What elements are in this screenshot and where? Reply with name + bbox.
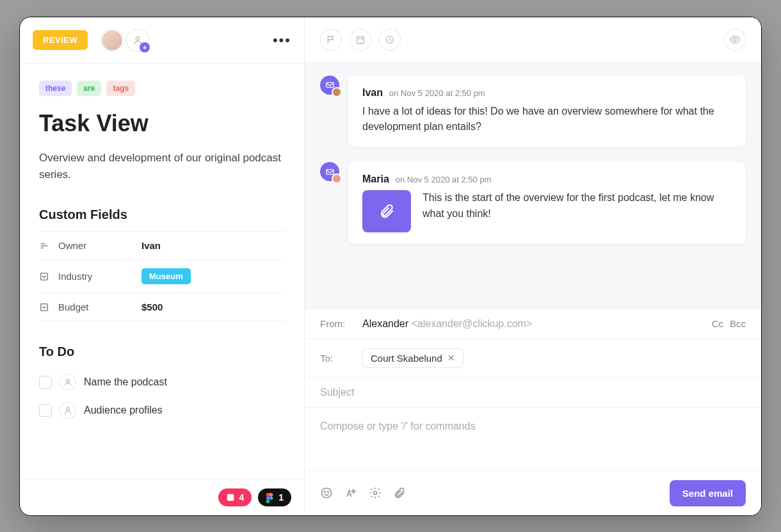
composer-footer: Send email xyxy=(305,471,761,515)
comment-card[interactable]: Ivan on Nov 5 2020 at 2:50 pm I have a l… xyxy=(348,76,746,147)
paperclip-icon xyxy=(378,203,395,220)
right-header xyxy=(305,17,761,63)
cc-button[interactable]: Cc xyxy=(712,318,723,329)
clock-icon xyxy=(385,35,395,45)
svg-rect-8 xyxy=(227,494,234,501)
todo-label: Audience profiles xyxy=(84,405,163,416)
comment: Ivan on Nov 5 2020 at 2:50 pm I have a l… xyxy=(320,76,746,147)
from-name[interactable]: Alexander <alexander@clickup.com> xyxy=(362,318,532,330)
left-footer: 4 1 xyxy=(20,479,304,515)
task-title[interactable]: Task View xyxy=(39,110,285,137)
comment-card[interactable]: Maria on Nov 5 2020 at 2:50 pm This is t… xyxy=(348,162,746,244)
subject-input[interactable] xyxy=(320,387,746,398)
svg-point-0 xyxy=(136,36,140,40)
body-row xyxy=(305,408,761,471)
svg-point-20 xyxy=(328,492,329,493)
svg-rect-17 xyxy=(326,169,333,174)
bcc-button[interactable]: Bcc xyxy=(730,318,746,329)
add-assignee-button[interactable]: + xyxy=(126,29,149,52)
invision-badge[interactable]: 4 xyxy=(218,488,252,506)
badge-count: 1 xyxy=(278,492,284,503)
time-tracking-button[interactable] xyxy=(379,29,401,51)
svg-rect-10 xyxy=(357,36,364,44)
todo-heading: To Do xyxy=(39,344,285,359)
svg-rect-4 xyxy=(41,273,48,280)
emoji-icon[interactable] xyxy=(320,487,333,499)
remove-recipient-icon[interactable]: ✕ xyxy=(447,353,455,363)
comment-author: Maria xyxy=(362,173,389,185)
settings-icon[interactable] xyxy=(369,487,382,499)
body-input[interactable] xyxy=(320,421,746,432)
due-date-button[interactable] xyxy=(350,29,371,51)
attach-icon[interactable] xyxy=(393,487,406,499)
svg-point-7 xyxy=(67,408,70,411)
svg-point-18 xyxy=(322,488,332,498)
left-body: these are tags Task View Overview and de… xyxy=(20,64,304,479)
tag-list: these are tags xyxy=(39,81,285,96)
svg-point-9 xyxy=(270,496,273,499)
todo-item[interactable]: Name the podcast xyxy=(39,368,285,396)
field-value: Ivan xyxy=(141,240,161,251)
owner-field-icon xyxy=(39,241,49,251)
watchers-button[interactable] xyxy=(724,29,746,51)
subject-row xyxy=(305,378,761,408)
email-comment-icon xyxy=(320,162,339,181)
priority-flag-button[interactable] xyxy=(320,29,342,51)
calendar-icon xyxy=(355,35,366,45)
badge-count: 4 xyxy=(239,492,244,503)
eye-icon xyxy=(729,34,741,45)
to-label: To: xyxy=(320,353,352,364)
from-label: From: xyxy=(320,318,352,329)
right-column: Ivan on Nov 5 2020 at 2:50 pm I have a l… xyxy=(305,17,761,515)
todo-label: Name the podcast xyxy=(84,376,167,388)
send-email-button[interactable]: Send email xyxy=(670,480,746,506)
assignee-group: + xyxy=(101,29,149,52)
recipient-chip[interactable]: Court Skabelund ✕ xyxy=(362,348,463,368)
field-label: Industry xyxy=(58,271,141,282)
svg-point-21 xyxy=(374,492,377,495)
svg-rect-5 xyxy=(41,303,48,310)
status-chip[interactable]: REVIEW xyxy=(33,30,88,50)
field-row-industry[interactable]: Industry Museum xyxy=(39,259,285,293)
task-description[interactable]: Overview and development of our original… xyxy=(39,150,285,184)
figma-badge[interactable]: 1 xyxy=(258,488,291,506)
more-menu-button[interactable]: ••• xyxy=(273,32,291,49)
field-label: Budget xyxy=(58,302,141,312)
left-column: REVIEW + ••• these are tags Task View Ov… xyxy=(20,17,305,515)
ai-assist-icon[interactable] xyxy=(344,487,357,499)
invision-icon xyxy=(226,493,235,502)
tag[interactable]: tags xyxy=(106,81,135,96)
tag[interactable]: are xyxy=(77,81,101,96)
dropdown-field-icon xyxy=(39,271,49,282)
email-comment-icon xyxy=(320,76,339,95)
field-row-budget[interactable]: Budget $500 xyxy=(39,293,285,321)
from-row: From: Alexander <alexander@clickup.com> … xyxy=(305,309,761,339)
attachment-preview[interactable] xyxy=(362,190,411,232)
checkbox[interactable] xyxy=(39,404,52,417)
dropdown-field-icon xyxy=(39,302,49,312)
assignee-avatar[interactable] xyxy=(101,29,124,52)
field-label: Owner xyxy=(58,240,141,251)
tag[interactable]: these xyxy=(39,81,72,96)
svg-rect-16 xyxy=(326,83,333,88)
to-row: To: Court Skabelund ✕ xyxy=(305,339,761,378)
field-value: $500 xyxy=(141,302,163,312)
flag-icon xyxy=(326,35,336,45)
author-avatar xyxy=(332,87,342,97)
field-value-pill: Museum xyxy=(141,268,191,284)
plus-icon: + xyxy=(140,42,150,52)
custom-fields-list: Owner Ivan Industry Museum Budget $500 xyxy=(39,231,285,321)
todo-item[interactable]: Audience profiles xyxy=(39,396,285,424)
left-header: REVIEW + ••• xyxy=(20,17,304,64)
task-window: REVIEW + ••• these are tags Task View Ov… xyxy=(19,17,762,516)
assign-todo-button[interactable] xyxy=(60,402,76,419)
comment-author: Ivan xyxy=(362,87,383,99)
field-row-owner[interactable]: Owner Ivan xyxy=(39,231,285,259)
comment-body: This is the start of the overview for th… xyxy=(423,190,732,222)
comment-timestamp: on Nov 5 2020 at 2:50 pm xyxy=(396,175,492,184)
checkbox[interactable] xyxy=(39,376,52,389)
comment-body: I have a lot of ideas for this! Do we ha… xyxy=(362,104,732,136)
comment: Maria on Nov 5 2020 at 2:50 pm This is t… xyxy=(320,162,746,244)
figma-icon xyxy=(266,493,275,502)
assign-todo-button[interactable] xyxy=(60,374,76,391)
